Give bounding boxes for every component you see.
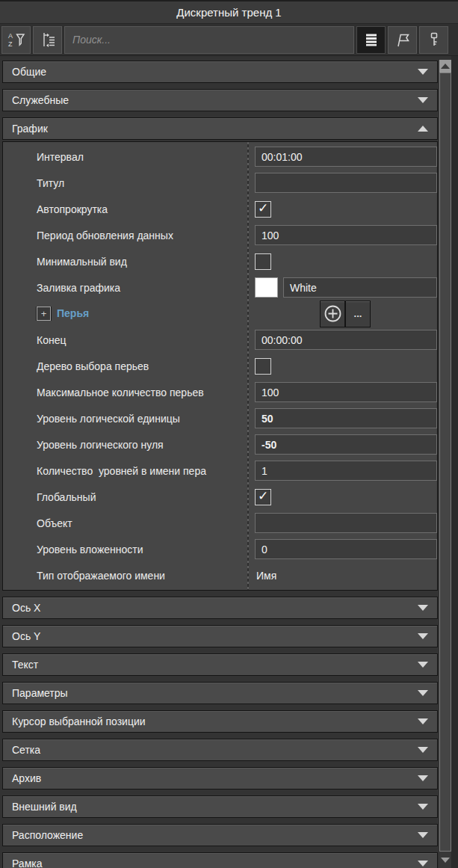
checkbox[interactable] (255, 358, 271, 375)
section-parametry: Параметры (2, 682, 438, 704)
property-value: 100 (249, 382, 437, 402)
section-header-os-x[interactable]: Ось X (2, 597, 438, 619)
chevron-down-icon (418, 718, 428, 724)
value-field[interactable] (255, 513, 437, 533)
add-pen-button[interactable] (320, 301, 345, 327)
property-row: Уровень логического нуля-50 (3, 431, 437, 458)
property-label: Тип отображаемого имени (3, 570, 249, 582)
categorized-view-button[interactable] (356, 26, 386, 54)
checkbox[interactable]: ✓ (255, 201, 271, 218)
value-field[interactable]: 1 (255, 461, 437, 481)
chevron-down-icon (418, 832, 428, 838)
pens-more-button[interactable]: ... (345, 301, 371, 327)
pens-group-label: Перья (57, 307, 89, 319)
section-header-parametry[interactable]: Параметры (2, 682, 438, 704)
section-header-vneshniy-vid[interactable]: Внешний вид (2, 795, 438, 818)
section-header-os-y[interactable]: Ось Y (2, 625, 438, 647)
property-label: Количество уровней в имени пера (3, 465, 249, 477)
chevron-down-icon (418, 633, 428, 639)
chevron-down-icon (418, 97, 428, 103)
property-value (249, 513, 437, 533)
expand-plus-button[interactable]: + (37, 307, 51, 321)
property-value: ✓ (249, 201, 437, 218)
value-field[interactable]: White (283, 277, 437, 298)
section-header-obshchie[interactable]: Общие (2, 61, 438, 83)
property-label: Дерево выбора перьев (3, 360, 249, 372)
property-row: Уровень вложенности0 (3, 536, 437, 562)
value-field[interactable]: 00:01:00 (255, 147, 437, 167)
property-label: Максимальное количество перьев (3, 387, 249, 398)
section-label: Общие (12, 66, 46, 78)
section-header-setka[interactable]: Сетка (2, 739, 438, 761)
section-header-sluzhebnye[interactable]: Служебные (2, 89, 438, 111)
section-label: Расположение (12, 829, 83, 841)
vertical-scrollbar[interactable] (439, 60, 451, 868)
key-button[interactable] (419, 26, 448, 54)
section-obshchie: Общие (2, 61, 438, 83)
property-value: 0 (249, 539, 437, 559)
chevron-down-icon (418, 69, 428, 75)
section-header-tekst[interactable]: Текст (2, 653, 438, 676)
value-field[interactable]: 100 (255, 382, 437, 402)
panel-right-edge (451, 56, 458, 868)
section-header-kursor-pozitsii[interactable]: Курсор выбранной позиции (2, 710, 438, 733)
property-label: Уровень вложенности (3, 544, 249, 555)
property-label: Титул (3, 177, 249, 189)
property-row: Автопрокрутка✓ (3, 196, 437, 222)
value-field[interactable]: 0 (255, 539, 437, 559)
property-value (249, 358, 437, 375)
svg-text:Z: Z (8, 40, 13, 48)
chevron-up-icon (418, 126, 428, 132)
section-header-grafik[interactable]: График (2, 117, 438, 140)
property-label: Уровень логического нуля (3, 439, 249, 451)
section-header-raspolozhenie[interactable]: Расположение (2, 824, 438, 846)
property-value: 50 (249, 408, 437, 428)
property-value: Имя (249, 570, 437, 582)
value-field[interactable]: 100 (255, 225, 437, 245)
section-label: Сетка (12, 744, 40, 756)
search-input[interactable] (64, 26, 354, 54)
section-label: Параметры (12, 687, 68, 699)
expand-collapse-button[interactable] (33, 26, 62, 54)
property-value: -50 (249, 434, 437, 455)
property-row: Глобальный✓ (3, 484, 437, 510)
flag-button[interactable] (388, 26, 417, 54)
chevron-down-icon (418, 747, 428, 753)
section-label: Служебные (12, 94, 69, 106)
value-field[interactable]: -50 (255, 434, 437, 455)
value-field[interactable]: 50 (255, 408, 437, 428)
scroll-up-icon (441, 64, 450, 69)
property-label: Объект (3, 517, 249, 529)
property-row: Интервал00:01:00 (3, 144, 437, 170)
property-label: Минимальный вид (3, 256, 249, 268)
section-ramka: Рамка (2, 852, 438, 868)
color-swatch[interactable] (255, 277, 278, 298)
value-text[interactable]: Имя (255, 570, 276, 582)
section-grafik: ГрафикИнтервал00:01:00ТитулАвтопрокрутка… (2, 117, 438, 591)
expand-collapse-icon (39, 31, 57, 49)
section-kursor-pozitsii: Курсор выбранной позиции (2, 710, 438, 733)
property-row: Максимальное количество перьев100 (3, 379, 437, 405)
property-value: White (249, 277, 437, 298)
value-field[interactable] (255, 173, 437, 193)
checkbox[interactable] (255, 253, 271, 270)
key-icon (425, 31, 443, 49)
section-header-ramka[interactable]: Рамка (2, 852, 438, 868)
section-tekst: Текст (2, 653, 438, 676)
scrollbar-down-button[interactable] (439, 852, 451, 868)
sort-az-filter-button[interactable]: A Z (1, 26, 31, 54)
toolbar: A Z (0, 24, 458, 56)
panel-titlebar: Дискретный тренд 1 (0, 1, 458, 24)
property-row: Количество уровней в имени пера1 (3, 458, 437, 484)
value-field[interactable]: 00:00:00 (255, 330, 437, 350)
property-value: 1 (249, 461, 437, 481)
checkbox[interactable]: ✓ (255, 489, 271, 505)
add-circle-icon (324, 304, 342, 323)
scrollbar-thumb[interactable] (439, 73, 451, 852)
property-row: Тип отображаемого имениИмя (3, 562, 437, 588)
property-label: Конец (3, 334, 249, 346)
column-divider (247, 142, 249, 590)
chevron-down-icon (418, 775, 428, 781)
scrollbar-up-button[interactable] (439, 60, 451, 73)
section-header-arkhiv[interactable]: Архив (2, 767, 438, 789)
